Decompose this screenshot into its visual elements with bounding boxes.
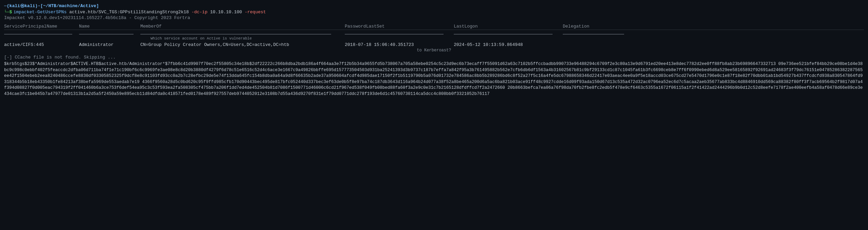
cmd-name: impacket-GetUserSPNs (13, 10, 66, 15)
table-row: active/CIFS:445 Administrator CN=Group P… (4, 42, 864, 47)
ccache-skip-line: [-] CCache file is not found. Skipping .… (4, 55, 864, 60)
cell-delegation (563, 42, 631, 47)
header-spn: ServicePrincipalName (4, 24, 79, 29)
prompt-line: ─(kali㉿kali)-[~/HTB/machine/Active] (4, 3, 864, 9)
underline-name (79, 31, 140, 41)
cmd-flag-dc: -dc-ip (191, 10, 207, 15)
underline-lastlogon (454, 31, 563, 41)
cmd-arg-target: active.htb/SVC_TGS:GPPstillStandingStron… (69, 10, 189, 15)
overlay-vulnerable: Which service account on Active is vulne… (151, 36, 252, 40)
cell-memberof: CN=Group Policy Creator Owners,CN=Users,… (140, 42, 345, 47)
header-memberof: MemberOf (140, 24, 345, 29)
cmd-flag-request: -request (245, 10, 266, 15)
hash-output: $krb5tgs$23$*Administrator$ACTIVE.HTB$ac… (4, 61, 864, 97)
cell-name: Administrator (79, 42, 140, 47)
cell-pwdlastset: 2018-07-18 15:06:40.351723 (345, 42, 454, 47)
command-line: └─$ impacket-GetUserSPNs active.htb/SVC_… (4, 10, 864, 15)
underline-memberof: Which service account on Active is vulne… (140, 31, 345, 41)
overlay-kerberoast: to Kerberoast? (4, 48, 864, 53)
header-delegation: Delegation (563, 24, 631, 29)
underline-delegation (563, 31, 631, 41)
cell-lastlogon: 2024-05-12 10:13:59.864948 (454, 42, 563, 47)
underline-spn (4, 31, 79, 41)
cell-spn: active/CIFS:445 (4, 42, 79, 47)
terminal-window: ─(kali㉿kali)-[~/HTB/machine/Active] └─$ … (4, 3, 864, 230)
header-underline: Which service account on Active is vulne… (4, 31, 864, 41)
header-pwdlastset: PasswordLastSet (345, 24, 454, 29)
header-name: Name (79, 24, 140, 29)
cmd-value-dc: 10.10.10.100 (210, 10, 242, 15)
prompt-bracket: ─(kali㉿kali)-[~/HTB/machine/Active] (4, 3, 99, 9)
header-lastlogon: LastLogon (454, 24, 563, 29)
copyright-line: Impacket v0.12.0.dev1+20231114.165227.4b… (4, 15, 864, 20)
underline-pwdlastset (345, 31, 454, 41)
prompt-symbol: └─$ (4, 10, 12, 15)
table-header-row: ServicePrincipalName Name MemberOf Passw… (4, 24, 864, 30)
